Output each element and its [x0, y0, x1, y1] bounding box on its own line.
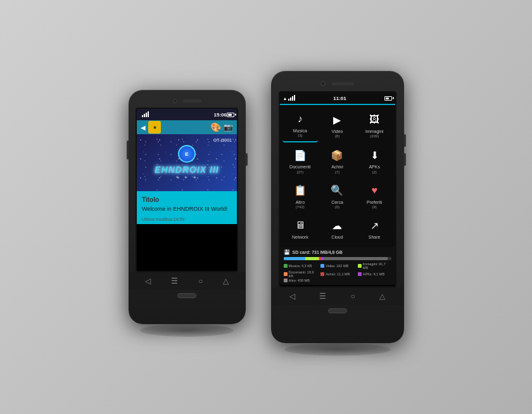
- status-right-left: [227, 113, 234, 117]
- phone-chin-left: [177, 290, 196, 301]
- back-nav-right[interactable]: ◁: [289, 292, 295, 301]
- cerca-icon: 🔍: [329, 183, 345, 198]
- bottom-nav-right: ◁ ☰ ○ △: [271, 287, 404, 305]
- storage-title: SD card: 731 MB/4,8 GB: [293, 250, 343, 254]
- status-time-left: 15:06: [214, 112, 227, 118]
- back-button-left[interactable]: ◀: [141, 124, 146, 131]
- shadow-left: [140, 324, 234, 337]
- status-icons-left: [139, 112, 214, 117]
- legend-text-documenti: Documenti: 18,9 KB: [289, 270, 317, 278]
- info-area: Titolo Welcome in EHNDROIX III World! Ul…: [137, 191, 237, 224]
- legend-dot-achivi: [320, 272, 324, 276]
- status-bar-right: ▲ 11:01: [280, 92, 395, 105]
- screen-left: 15:06 ◀ ★ 🎨 📷: [136, 108, 238, 272]
- cerca-label: Cerca: [331, 200, 343, 205]
- grid-item-documenti[interactable]: 📄 Documenti (27): [282, 144, 319, 177]
- grid-item-cerca[interactable]: 🔍 Cerca (0): [319, 179, 355, 213]
- achivi-count: (7): [335, 170, 339, 174]
- immagini-icon: 🖼: [367, 112, 382, 127]
- legend-apks: APKs: 6,1 MB: [358, 270, 391, 278]
- back-nav-left[interactable]: ◁: [145, 277, 151, 285]
- banner-logo-area: E EHNDROIX III ✦ ✦ ✦: [155, 145, 218, 180]
- status-right-right: [384, 96, 392, 101]
- bookmark-icon[interactable]: ★: [148, 121, 161, 134]
- legend-immagini: Immagini: 91,7 MB: [358, 262, 391, 270]
- legend-musica: Musica: 4,3 KB: [284, 262, 317, 270]
- signal-icon-right: [288, 96, 295, 101]
- immagini-count: (209): [370, 134, 379, 138]
- speaker-right: [332, 82, 354, 85]
- documenti-count: (27): [296, 170, 303, 174]
- grid-item-musica[interactable]: ♪ Musica (3): [282, 108, 319, 142]
- info-date: Ultima modifica 14:59: [142, 217, 232, 222]
- grid-item-network[interactable]: 🖥 Network: [282, 214, 319, 244]
- front-camera-left: [173, 99, 177, 103]
- share-icon: ↗: [367, 218, 382, 233]
- grid-item-preferiti[interactable]: ♥ Preferiti (9): [357, 179, 393, 213]
- status-time-right: 11:01: [333, 96, 346, 101]
- camera-icon[interactable]: 📷: [224, 123, 233, 132]
- legend-text-musica: Musica: 4,3 KB: [289, 264, 312, 268]
- search-nav-right[interactable]: ○: [351, 292, 355, 301]
- grid-item-apks[interactable]: ⬇ APKs (2): [357, 144, 393, 177]
- left-phone: 15:06 ◀ ★ 🎨 📷: [129, 90, 246, 324]
- home-button-right[interactable]: [328, 308, 347, 313]
- storage-area: 💾 SD card: 731 MB/4,8 GB Musica: 4,3 KB: [280, 247, 395, 285]
- legend-text-altro: Altro: 458 MB: [289, 279, 310, 282]
- search-nav-left[interactable]: ○: [198, 277, 203, 285]
- storage-bar-altro: [323, 257, 388, 260]
- sd-icon: 💾: [284, 249, 290, 255]
- legend-achivi: Achivi: 11,1 MB: [320, 270, 354, 278]
- altro-count: (742): [296, 205, 305, 209]
- grid-item-altro[interactable]: 📋 Altro (742): [282, 179, 319, 213]
- volume-button-right: [404, 134, 406, 147]
- legend-text-immagini: Immagini: 91,7 MB: [363, 262, 391, 270]
- palette-icon[interactable]: 🎨: [210, 122, 221, 132]
- altro-icon: 📋: [293, 183, 308, 198]
- share-label: Share: [369, 235, 381, 240]
- grid-item-immagini[interactable]: 🖼 Immagini (209): [357, 108, 393, 142]
- home-nav-right[interactable]: △: [379, 292, 385, 301]
- legend-dot-video: [320, 264, 324, 268]
- video-count: (8): [335, 134, 339, 138]
- grid-item-share[interactable]: ↗ Share: [357, 214, 393, 244]
- legend-dot-immagini: [358, 264, 362, 268]
- nav-bar-left[interactable]: ◀ ★ 🎨 📷: [137, 120, 237, 134]
- camera-button-right: [404, 153, 406, 166]
- legend-dot-musica: [284, 264, 288, 268]
- grid-item-cloud[interactable]: ☁ Cloud: [319, 214, 355, 244]
- apks-count: (2): [372, 170, 376, 174]
- banner-model: GT-i9001: [213, 138, 232, 142]
- right-phone: ▲ 11:01: [271, 71, 404, 343]
- storage-header: 💾 SD card: 731 MB/4,8 GB: [284, 249, 391, 255]
- musica-count: (3): [298, 134, 302, 137]
- cerca-count: (0): [335, 205, 339, 209]
- cloud-icon: ☁: [329, 218, 345, 233]
- home-nav-left[interactable]: △: [223, 277, 229, 285]
- video-label: Video: [332, 129, 343, 134]
- preferiti-label: Preferiti: [367, 200, 382, 205]
- signal-icon-left: [142, 112, 149, 117]
- front-camera-right: [320, 81, 326, 86]
- legend-altro: Altro: 458 MB: [284, 279, 317, 282]
- grid-area: ♪ Musica (3) ▶ Video (8) 🖼 Immagini (209…: [280, 105, 395, 247]
- menu-nav-left[interactable]: ☰: [171, 277, 178, 285]
- apks-icon: ⬇: [367, 147, 382, 163]
- storage-bar-immagini: [305, 257, 318, 260]
- menu-nav-right[interactable]: ☰: [319, 292, 326, 301]
- network-icon: 🖥: [293, 218, 308, 233]
- power-button: [246, 153, 248, 166]
- grid-item-video[interactable]: ▶ Video (8): [319, 108, 355, 142]
- phone-top-right: [271, 71, 404, 91]
- storage-legend: Musica: 4,3 KB Video: 162 MB Immagini: 9…: [284, 262, 391, 282]
- status-left-right: ▲: [283, 96, 296, 101]
- legend-dot-documenti: [284, 272, 288, 276]
- legend-text-apks: APKs: 6,1 MB: [363, 272, 384, 276]
- immagini-label: Immagini: [365, 129, 383, 134]
- grid-item-achivi[interactable]: 📦 Achivi (7): [319, 144, 355, 177]
- home-button-left[interactable]: [177, 293, 196, 298]
- legend-text-achivi: Achivi: 11,1 MB: [326, 272, 350, 276]
- banner-area: GT-i9001 E EHNDROIX III ✦ ✦ ✦: [137, 134, 237, 191]
- volume-button: [127, 141, 129, 160]
- banner-logo-text: EHNDROIX III: [155, 165, 218, 175]
